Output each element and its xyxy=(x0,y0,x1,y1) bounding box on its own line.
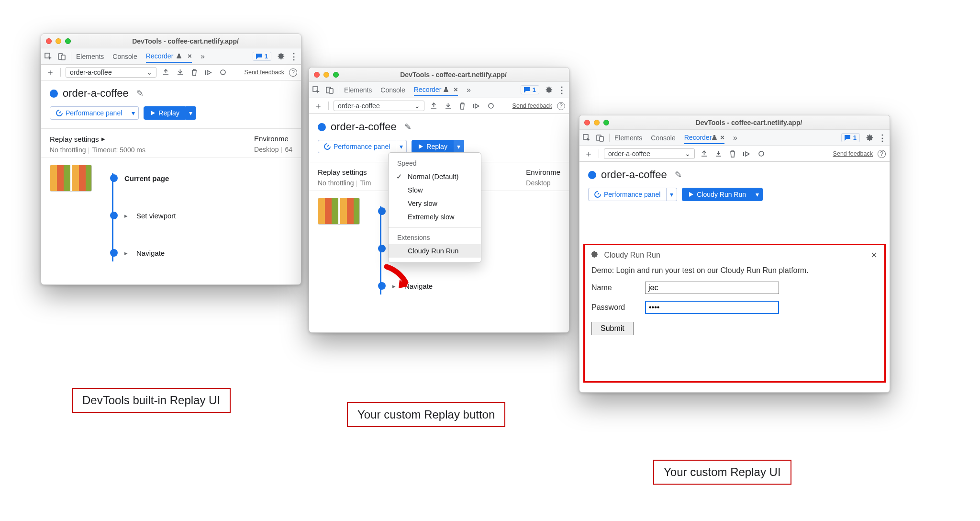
performance-panel-button[interactable]: Performance panel xyxy=(318,140,396,153)
more-tabs-icon[interactable]: » xyxy=(467,86,471,94)
record-icon[interactable] xyxy=(757,149,766,158)
close-tab-icon[interactable]: × xyxy=(454,85,458,93)
step-play-icon[interactable] xyxy=(204,68,213,77)
close-panel-icon[interactable]: ✕ xyxy=(870,250,878,260)
tab-elements[interactable]: Elements xyxy=(614,132,642,144)
tab-console[interactable]: Console xyxy=(380,84,405,96)
close-window-icon[interactable] xyxy=(46,38,52,44)
step-set-viewport[interactable]: Set viewport xyxy=(136,212,176,220)
more-tabs-icon[interactable]: » xyxy=(733,134,737,142)
import-icon[interactable] xyxy=(714,149,723,158)
issues-badge[interactable]: 1 xyxy=(841,133,860,142)
send-feedback-link[interactable]: Send feedback xyxy=(512,102,552,109)
new-recording-icon[interactable]: ＋ xyxy=(313,100,323,112)
close-window-icon[interactable] xyxy=(314,72,320,78)
replay-dropdown[interactable]: ▾ xyxy=(454,140,464,153)
flow-select[interactable]: order-a-coffee⌄ xyxy=(334,101,424,111)
edit-icon[interactable]: ✎ xyxy=(675,170,682,180)
import-icon[interactable] xyxy=(176,68,184,77)
device-icon[interactable] xyxy=(596,134,604,142)
menu-item-normal[interactable]: Normal (Default) xyxy=(389,170,481,183)
submit-button[interactable]: Submit xyxy=(591,322,634,335)
step-play-icon[interactable] xyxy=(472,102,481,110)
edit-icon[interactable]: ✎ xyxy=(404,122,412,132)
more-tabs-icon[interactable]: » xyxy=(200,52,205,61)
performance-panel-dropdown[interactable]: ▾ xyxy=(396,140,407,153)
tab-recorder[interactable]: Recorder × xyxy=(146,50,192,63)
help-icon[interactable]: ? xyxy=(557,102,565,110)
replay-button[interactable]: Replay xyxy=(144,106,186,120)
maximize-window-icon[interactable] xyxy=(65,38,71,44)
password-input[interactable] xyxy=(645,301,779,314)
menu-heading-extensions: Extensions xyxy=(389,232,481,244)
device-icon[interactable] xyxy=(325,86,334,94)
record-icon[interactable] xyxy=(487,102,495,110)
kebab-icon[interactable]: ⋮ xyxy=(878,134,887,142)
minimize-window-icon[interactable] xyxy=(323,72,329,78)
inspect-icon[interactable] xyxy=(582,134,591,142)
import-icon[interactable] xyxy=(444,102,452,110)
window-title: DevTools - coffee-cart.netlify.app/ xyxy=(613,119,885,126)
tab-recorder[interactable]: Recorder× xyxy=(684,131,724,144)
close-window-icon[interactable] xyxy=(584,120,590,125)
cloudy-run-run-dropdown[interactable]: ▾ xyxy=(752,188,763,201)
flow-select[interactable]: order-a-coffee ⌄ xyxy=(66,67,156,78)
issues-badge[interactable]: 1 xyxy=(253,52,271,61)
maximize-window-icon[interactable] xyxy=(603,120,609,125)
kebab-icon[interactable]: ⋮ xyxy=(557,86,566,94)
gear-icon[interactable] xyxy=(865,134,873,142)
issues-badge[interactable]: 1 xyxy=(521,85,539,94)
tab-elements[interactable]: Elements xyxy=(76,51,104,62)
cloudy-run-run-button[interactable]: Cloudy Run Run xyxy=(682,188,752,201)
tab-elements[interactable]: Elements xyxy=(344,84,372,96)
menu-item-extremely-slow[interactable]: Extremely slow xyxy=(389,210,481,224)
performance-panel-button[interactable]: Performance panel xyxy=(50,106,128,120)
replay-settings-header[interactable]: Replay settings xyxy=(318,168,371,176)
new-recording-icon[interactable]: ＋ xyxy=(45,67,56,78)
step-navigate[interactable]: Navigate xyxy=(136,249,165,257)
new-recording-icon[interactable]: ＋ xyxy=(583,148,594,159)
tab-console[interactable]: Console xyxy=(112,51,137,62)
menu-item-cloudy-run-run[interactable]: Cloudy Run Run xyxy=(389,244,481,258)
password-label: Password xyxy=(591,303,639,312)
trash-icon[interactable] xyxy=(190,68,199,77)
name-input[interactable] xyxy=(645,282,779,294)
maximize-window-icon[interactable] xyxy=(333,72,339,78)
trash-icon[interactable] xyxy=(458,102,467,110)
minimize-window-icon[interactable] xyxy=(594,120,600,125)
close-tab-icon[interactable]: × xyxy=(720,133,724,141)
flow-select[interactable]: order-a-coffee⌄ xyxy=(604,148,695,159)
gear-icon[interactable] xyxy=(276,52,285,61)
inspect-icon[interactable] xyxy=(312,86,321,94)
inspect-icon[interactable] xyxy=(44,52,53,61)
gear-icon[interactable] xyxy=(544,86,553,94)
edit-icon[interactable]: ✎ xyxy=(136,88,144,99)
device-icon[interactable] xyxy=(57,52,66,61)
step-play-icon[interactable] xyxy=(743,149,751,158)
replay-button[interactable]: Replay xyxy=(412,140,454,153)
close-tab-icon[interactable]: × xyxy=(188,52,192,60)
performance-panel-button[interactable]: Performance panel xyxy=(588,188,667,201)
help-icon[interactable]: ? xyxy=(289,68,297,77)
help-icon[interactable]: ? xyxy=(878,150,886,158)
export-icon[interactable] xyxy=(161,68,170,77)
send-feedback-link[interactable]: Send feedback xyxy=(245,69,284,76)
performance-panel-dropdown[interactable]: ▾ xyxy=(667,188,677,201)
export-icon[interactable] xyxy=(700,149,708,158)
replay-settings-header[interactable]: Replay settings ▸ xyxy=(50,135,145,143)
performance-panel-dropdown[interactable]: ▾ xyxy=(128,106,139,120)
menu-item-very-slow[interactable]: Very slow xyxy=(389,197,481,210)
record-icon[interactable] xyxy=(219,68,227,77)
send-feedback-link[interactable]: Send feedback xyxy=(833,150,873,157)
replay-dropdown[interactable]: ▾ xyxy=(186,106,196,120)
minimize-window-icon[interactable] xyxy=(56,38,61,44)
tab-recorder[interactable]: Recorder × xyxy=(414,83,458,96)
trash-icon[interactable] xyxy=(728,149,737,158)
menu-item-slow[interactable]: Slow xyxy=(389,183,481,197)
tab-console[interactable]: Console xyxy=(651,132,675,144)
export-icon[interactable] xyxy=(429,102,438,110)
step-thumbnail xyxy=(318,198,360,225)
step-current-page[interactable]: Current page xyxy=(124,174,169,182)
recorder-toolbar: ＋ order-a-coffee⌄ Send feedback ? xyxy=(309,98,569,114)
kebab-icon[interactable]: ⋮ xyxy=(290,52,298,61)
